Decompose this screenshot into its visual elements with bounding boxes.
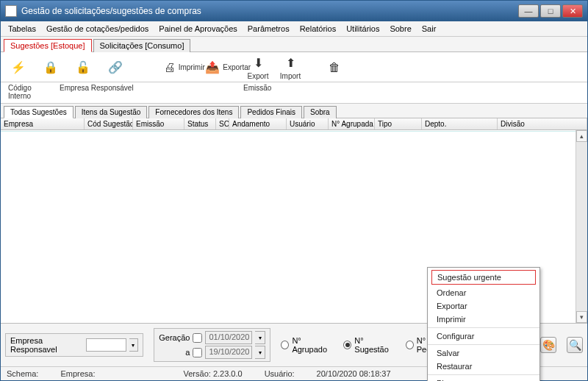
ctx-sugestao-urgente[interactable]: Sugestão urgente xyxy=(431,270,536,285)
label-n-agrupado: N° Agrupado xyxy=(292,336,333,354)
action-new[interactable]: ⚡ xyxy=(8,60,29,76)
file-import-icon: ⬆ xyxy=(282,54,298,71)
empresa-dropdown-icon[interactable]: ▾ xyxy=(129,338,139,352)
menu-tabelas[interactable]: Tabelas xyxy=(8,24,36,33)
import-file-label: Import xyxy=(280,72,301,80)
label-empresa-responsavel: Empresa Responsável xyxy=(60,84,199,100)
label-a: a xyxy=(185,348,190,357)
trash-icon: 🗑 xyxy=(326,60,343,76)
file-export-icon: ⬇ xyxy=(250,54,266,71)
status-datetime: 20/10/2020 08:18:37 xyxy=(317,369,391,378)
module-tabs: Sugestões [Estoque] Solicitações [Consum… xyxy=(1,37,587,52)
menu-parametros[interactable]: Parâmetros xyxy=(248,24,290,33)
lock-remove-icon: 🔓 xyxy=(75,60,91,76)
binoculars-icon: 🔍 xyxy=(569,339,581,351)
geracao-group: Geração 01/10/2020 ▾ a 19/10/2020 ▾ xyxy=(154,328,270,362)
radio-n-agrupado[interactable] xyxy=(281,341,289,349)
ctx-bloquear[interactable]: Bloquear xyxy=(428,377,539,381)
tab-sugestoes-estoque[interactable]: Sugestões [Estoque] xyxy=(4,39,92,52)
close-button[interactable]: ✕ xyxy=(562,4,583,18)
delete-button[interactable]: 🗑 xyxy=(324,60,345,76)
col-sc[interactable]: SC xyxy=(216,118,229,129)
printer-icon: 🖨 xyxy=(164,60,176,76)
tab-solicitacoes-consumo[interactable]: Solicitações [Consumo] xyxy=(93,39,191,52)
vertical-scrollbar[interactable]: ▴ ▾ xyxy=(576,130,587,323)
tab-pedidos-finais[interactable]: Pedidos Finais xyxy=(240,106,302,118)
export-icon: 📤 xyxy=(205,60,220,76)
data-de-dropdown-icon[interactable]: ▾ xyxy=(255,331,265,344)
col-divisao[interactable]: Divisão xyxy=(498,118,587,129)
data-de-input[interactable]: 01/10/2020 xyxy=(205,331,252,344)
tab-todas-sugestoes[interactable]: Todas Sugestões xyxy=(4,106,74,118)
radio-n-sugestao-group[interactable]: N° Sugestão xyxy=(343,336,395,354)
grid-tabs: Todas Sugestões Itens da Sugestão Fornec… xyxy=(1,104,587,118)
scroll-up-icon[interactable]: ▴ xyxy=(576,130,587,142)
empresa-responsavel-group: Empresa Responsavel ▾ xyxy=(5,333,143,357)
status-schema: Schema: xyxy=(7,369,38,378)
col-usuario[interactable]: Usuário xyxy=(287,118,329,129)
status-usuario: Usuário: xyxy=(265,369,295,378)
status-versao-label: Versão: xyxy=(184,369,211,378)
export-file-button[interactable]: ⬇ Export xyxy=(248,54,268,80)
app-window: Gestão de solicitações/sugestões de comp… xyxy=(0,0,588,381)
ctx-imprimir[interactable]: Imprimir xyxy=(428,313,539,326)
lock-icon: 🔒 xyxy=(43,60,59,76)
tab-fornecedores[interactable]: Fornecedores dos Itens xyxy=(148,106,239,118)
menu-relatorios[interactable]: Relatórios xyxy=(300,24,337,33)
data-grid[interactable]: ▴ ▾ Sugestão urgente Ordenar Exportar Im… xyxy=(1,130,587,323)
menu-cotacoes[interactable]: Gestão de cotações/pedidos xyxy=(46,24,148,33)
maximize-button[interactable]: □ xyxy=(540,4,561,18)
bolt-icon: ⚡ xyxy=(10,60,26,76)
print-label: Imprimir xyxy=(179,63,205,71)
field-labels-row: Código Interno Empresa Responsável Emiss… xyxy=(1,82,587,104)
label-emissao: Emissão xyxy=(243,84,271,100)
tab-sobra[interactable]: Sobra xyxy=(304,106,337,118)
empresa-responsavel-input[interactable] xyxy=(86,338,126,352)
ctx-restaurar[interactable]: Restaurar xyxy=(428,360,539,373)
col-status[interactable]: Status xyxy=(184,118,216,129)
ctx-exportar[interactable]: Exportar xyxy=(428,299,539,313)
action-attach[interactable]: 🔗 xyxy=(105,60,126,76)
col-andamento[interactable]: Andamento xyxy=(229,118,287,129)
data-ate-input[interactable]: 19/10/2020 xyxy=(205,346,252,359)
import-file-button[interactable]: ⬆ Import xyxy=(280,54,301,80)
col-empresa[interactable]: Empresa xyxy=(1,118,85,129)
menu-sobre[interactable]: Sobre xyxy=(390,24,411,33)
radio-n-agrupado-group[interactable]: N° Agrupado xyxy=(281,336,333,354)
action-lock[interactable]: 🔒 xyxy=(40,60,61,76)
col-cod-sugestao[interactable]: Cód Sugestão xyxy=(85,118,133,129)
app-icon xyxy=(5,5,17,17)
menu-painel[interactable]: Painel de Aprovações xyxy=(159,24,237,33)
ctx-salvar[interactable]: Salvar xyxy=(428,346,539,360)
tab-itens-sugestao[interactable]: Itens da Sugestão xyxy=(75,106,148,118)
menu-utilitarios[interactable]: Utilitários xyxy=(346,24,379,33)
col-n-agrupada[interactable]: N° Agrupada xyxy=(329,118,375,129)
col-emissao[interactable]: Emissão xyxy=(133,118,184,129)
status-versao: 2.23.0.0 xyxy=(213,369,243,378)
label-codigo-interno: Código Interno xyxy=(8,84,52,100)
data-ate-dropdown-icon[interactable]: ▾ xyxy=(255,346,265,359)
grid-header: Empresa Cód Sugestão Emissão Status SC A… xyxy=(1,118,587,130)
col-tipo[interactable]: Tipo xyxy=(375,118,422,129)
col-depto[interactable]: Depto. xyxy=(422,118,498,129)
menu-sair[interactable]: Sair xyxy=(422,24,437,33)
geracao-ate-checkbox[interactable] xyxy=(193,348,202,357)
geracao-de-checkbox[interactable] xyxy=(193,333,202,343)
export-label: Exportar xyxy=(223,63,251,71)
radio-n-pedido[interactable] xyxy=(406,341,414,349)
export-button[interactable]: 📤 Exportar xyxy=(205,60,236,76)
menubar: Tabelas Gestão de cotações/pedidos Paine… xyxy=(1,21,587,37)
ctx-configurar[interactable]: Configurar xyxy=(428,330,539,343)
toolbar: ⚡ 🔒 🔓 🔗 🖨 Imprimir 📤 Exportar ⬇ xyxy=(1,52,587,82)
status-empresa: Empresa: xyxy=(60,369,95,378)
ctx-ordenar[interactable]: Ordenar xyxy=(428,286,539,299)
context-menu: Sugestão urgente Ordenar Exportar Imprim… xyxy=(427,267,540,381)
search-button[interactable]: 🔍 xyxy=(567,337,583,353)
label-empresa-resp: Empresa Responsavel xyxy=(10,336,83,354)
radio-n-sugestao[interactable] xyxy=(343,341,351,349)
scroll-down-icon[interactable]: ▾ xyxy=(576,311,587,323)
minimize-button[interactable]: — xyxy=(518,4,539,18)
action-lock-remove[interactable]: 🔓 xyxy=(73,60,93,76)
print-button[interactable]: 🖨 Imprimir xyxy=(164,60,194,76)
palette-button[interactable]: 🎨 xyxy=(540,337,556,353)
